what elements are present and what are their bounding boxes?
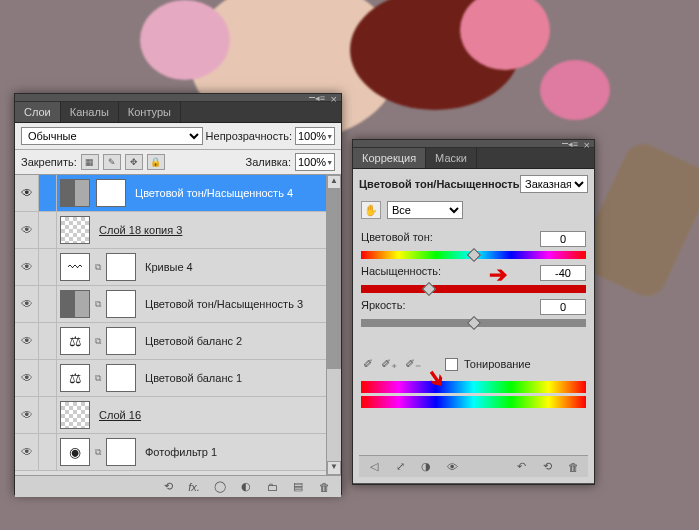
link-icon: ⧉	[95, 262, 101, 273]
layer-row[interactable]: 👁〰⧉Кривые 4	[15, 249, 341, 286]
layer-thumbnail[interactable]	[60, 290, 90, 318]
preset-select[interactable]: Заказная	[520, 175, 588, 193]
visibility-icon[interactable]: 👁	[15, 360, 39, 396]
layer-row[interactable]: 👁Цветовой тон/Насыщенность 4	[15, 175, 341, 212]
tab-Коррекция[interactable]: Коррекция	[353, 148, 426, 168]
saturation-slider[interactable]	[361, 285, 586, 293]
new-layer-icon[interactable]: ▤	[289, 479, 307, 495]
eyedropper-icon[interactable]: ✐	[363, 357, 373, 371]
fx-icon[interactable]: fx.	[185, 479, 203, 495]
layer-thumbnail[interactable]: ⚖	[60, 327, 90, 355]
visibility-icon[interactable]: 👁	[15, 286, 39, 322]
link-icon: ⧉	[95, 373, 101, 384]
layer-name[interactable]: Цветовой баланс 2	[139, 335, 341, 347]
layer-thumbnail[interactable]	[60, 216, 90, 244]
new-adjustment-icon[interactable]: ◐	[237, 479, 255, 495]
layer-name[interactable]: Слой 16	[93, 409, 341, 421]
hue-slider[interactable]	[361, 251, 586, 259]
layer-row[interactable]: 👁⚖⧉Цветовой баланс 1	[15, 360, 341, 397]
scrollbar-thumb[interactable]	[327, 189, 341, 369]
layer-thumbnail[interactable]: 〰	[60, 253, 90, 281]
visibility-icon[interactable]: 👁	[15, 249, 39, 285]
tab-Каналы[interactable]: Каналы	[61, 102, 119, 122]
trash-icon[interactable]: 🗑	[564, 459, 582, 475]
lock-all-icon[interactable]: 🔒	[147, 154, 165, 170]
layers-tabs: СлоиКаналыКонтуры	[15, 102, 341, 123]
layer-row[interactable]: 👁⧉Цветовой тон/Насыщенность 3	[15, 286, 341, 323]
add-mask-icon[interactable]: ◯	[211, 479, 229, 495]
mask-thumbnail[interactable]	[106, 438, 136, 466]
fill-label: Заливка:	[246, 156, 291, 168]
reset-icon[interactable]: ⟲	[538, 459, 556, 475]
panel-menu-icon[interactable]: ◂≡	[315, 93, 325, 103]
eyedropper-add-icon[interactable]: ✐₊	[381, 357, 397, 371]
layer-name[interactable]: Цветовой тон/Насыщенность 3	[139, 298, 341, 310]
eyedropper-subtract-icon[interactable]: ✐₋	[405, 357, 421, 371]
slider-knob[interactable]	[466, 248, 480, 262]
layer-row[interactable]: 👁⚖⧉Цветовой баланс 2	[15, 323, 341, 360]
slider-knob[interactable]	[466, 316, 480, 330]
panel-drag-bar[interactable]: ◂≡ ×	[353, 140, 594, 148]
layer-list: 👁Цветовой тон/Насыщенность 4👁Слой 18 коп…	[15, 175, 341, 475]
blend-mode-select[interactable]: Обычные	[21, 127, 203, 145]
mask-thumbnail[interactable]	[96, 179, 126, 207]
link-layers-icon[interactable]: ⟲	[159, 479, 177, 495]
spectrum-lower	[361, 396, 586, 408]
lightness-value[interactable]	[540, 299, 586, 315]
slider-knob[interactable]	[421, 282, 435, 296]
scroll-up-icon[interactable]: ▲	[327, 175, 341, 189]
fill-field[interactable]: 100%▼	[295, 153, 335, 171]
lock-transparency-icon[interactable]: ▦	[81, 154, 99, 170]
layer-name[interactable]: Слой 18 копия 3	[93, 224, 341, 236]
layer-name[interactable]: Кривые 4	[139, 261, 341, 273]
layer-thumbnail[interactable]: ◉	[60, 438, 90, 466]
colorize-checkbox[interactable]	[445, 358, 458, 371]
mask-thumbnail[interactable]	[106, 253, 136, 281]
visibility-icon[interactable]: 👁	[15, 212, 39, 248]
visibility-icon[interactable]: 👁	[15, 175, 39, 211]
tab-Контуры[interactable]: Контуры	[119, 102, 181, 122]
opacity-field[interactable]: 100%▼	[295, 127, 335, 145]
layer-thumbnail[interactable]	[60, 179, 90, 207]
toggle-visibility-icon[interactable]: 👁	[443, 459, 461, 475]
spectrum-bars: ➔	[361, 381, 586, 411]
scrollbar[interactable]: ▲ ▼	[326, 175, 341, 475]
lock-position-icon[interactable]: ✥	[125, 154, 143, 170]
new-group-icon[interactable]: 🗀	[263, 479, 281, 495]
close-icon[interactable]: ×	[331, 93, 337, 105]
panel-drag-bar[interactable]: ◂≡ ×	[15, 94, 341, 102]
close-icon[interactable]: ×	[584, 139, 590, 151]
clip-mask-icon[interactable]: ◑	[417, 459, 435, 475]
layer-row[interactable]: 👁◉⧉Фотофильтр 1	[15, 434, 341, 471]
nav-left-icon[interactable]: ◁	[365, 459, 383, 475]
lightness-slider[interactable]	[361, 319, 586, 327]
channel-select[interactable]: Все	[387, 201, 463, 219]
layer-thumbnail[interactable]: ⚖	[60, 364, 90, 392]
mask-thumbnail[interactable]	[106, 290, 136, 318]
expand-icon[interactable]: ⤢	[391, 459, 409, 475]
layer-name[interactable]: Цветовой тон/Насыщенность 4	[129, 187, 341, 199]
visibility-icon[interactable]: 👁	[15, 397, 39, 433]
link-col	[39, 212, 57, 248]
panel-menu-icon[interactable]: ◂≡	[568, 139, 578, 149]
mask-thumbnail[interactable]	[106, 327, 136, 355]
visibility-icon[interactable]: 👁	[15, 434, 39, 470]
previous-state-icon[interactable]: ↶	[512, 459, 530, 475]
layer-name[interactable]: Цветовой баланс 1	[139, 372, 341, 384]
targeted-adjust-icon[interactable]: ✋	[361, 201, 381, 219]
layer-row[interactable]: 👁Слой 18 копия 3	[15, 212, 341, 249]
tab-Маски[interactable]: Маски	[426, 148, 477, 168]
layer-row[interactable]: 👁Слой 16	[15, 397, 341, 434]
opacity-label: Непрозрачность:	[206, 130, 292, 142]
hue-value[interactable]	[540, 231, 586, 247]
lock-pixels-icon[interactable]: ✎	[103, 154, 121, 170]
visibility-icon[interactable]: 👁	[15, 323, 39, 359]
link-icon: ⧉	[95, 299, 101, 310]
saturation-value[interactable]	[540, 265, 586, 281]
mask-thumbnail[interactable]	[106, 364, 136, 392]
scroll-down-icon[interactable]: ▼	[327, 461, 341, 475]
layer-name[interactable]: Фотофильтр 1	[139, 446, 341, 458]
trash-icon[interactable]: 🗑	[315, 479, 333, 495]
layer-thumbnail[interactable]	[60, 401, 90, 429]
tab-Слои[interactable]: Слои	[15, 102, 61, 122]
